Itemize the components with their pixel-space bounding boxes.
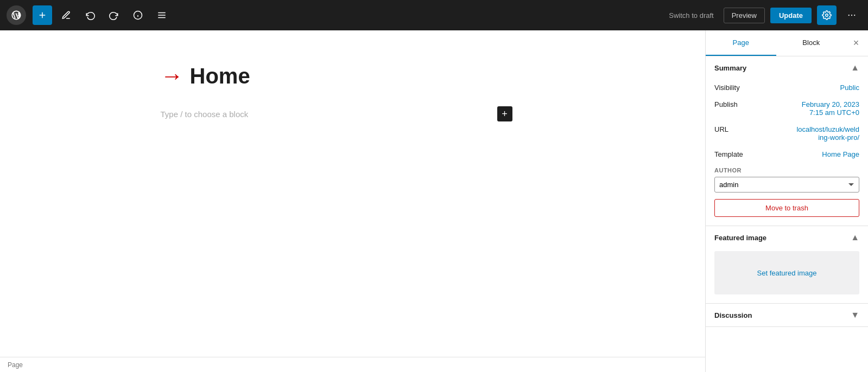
settings-button[interactable] — [817, 5, 837, 25]
visibility-label: Visibility — [714, 84, 740, 92]
publish-value[interactable]: February 20, 2023 7:15 am UTC+0 — [802, 100, 859, 117]
svg-point-11 — [854, 15, 855, 16]
featured-image-heading: Featured image — [714, 234, 766, 242]
sidebar: Page Block × Summary ▲ Visibility Public… — [705, 30, 868, 372]
template-value[interactable]: Home Page — [822, 150, 859, 158]
sidebar-header: Page Block × — [706, 30, 868, 56]
url-label: URL — [714, 125, 728, 133]
discussion-heading: Discussion — [714, 311, 752, 319]
featured-image-collapse-icon: ▲ — [851, 233, 859, 242]
toolbar-right: Switch to draft Preview Update — [664, 5, 861, 25]
author-label: AUTHOR — [714, 167, 859, 174]
author-section: AUTHOR admin — [714, 167, 859, 193]
discussion-panel: Discussion ▼ — [706, 304, 868, 327]
inline-add-block-button[interactable]: + — [497, 106, 512, 121]
publish-line1: February 20, 2023 — [802, 100, 859, 108]
summary-panel-body: Visibility Public Publish February 20, 2… — [706, 79, 868, 226]
list-view-button[interactable] — [152, 5, 172, 25]
undo-button[interactable] — [80, 5, 100, 25]
svg-point-8 — [826, 14, 828, 17]
info-button[interactable] — [128, 5, 148, 25]
tab-page[interactable]: Page — [706, 30, 776, 56]
svg-point-10 — [851, 15, 852, 16]
redo-button[interactable] — [104, 5, 124, 25]
wp-logo[interactable] — [7, 5, 26, 25]
summary-collapse-icon: ▲ — [851, 63, 859, 73]
title-arrow: → — [161, 63, 183, 89]
url-line1: localhost/luzuk/weld — [796, 125, 859, 133]
toolbar: Switch to draft Preview Update — [0, 0, 868, 30]
featured-image-panel-header[interactable]: Featured image ▲ — [706, 226, 868, 249]
editor-wrapper: → Home Type / to choose a block + → Page — [0, 30, 705, 372]
url-value[interactable]: localhost/luzuk/weld ing-work-pro/ — [796, 125, 859, 142]
add-block-button[interactable] — [33, 5, 52, 25]
placeholder-text: Type / to choose a block — [161, 110, 249, 119]
editor-canvas[interactable]: → Home Type / to choose a block + → — [0, 30, 705, 357]
visibility-value[interactable]: Public — [840, 84, 859, 92]
summary-heading: Summary — [714, 64, 746, 72]
move-to-trash-button[interactable]: Move to trash — [714, 199, 859, 217]
status-bar: Page — [0, 357, 705, 372]
publish-label: Publish — [714, 100, 738, 108]
status-label: Page — [8, 361, 23, 369]
close-sidebar-button[interactable]: × — [846, 34, 866, 53]
template-row: Template Home Page — [714, 146, 859, 163]
url-row: URL localhost/luzuk/weld ing-work-pro/ — [714, 121, 859, 146]
set-featured-image-label[interactable]: Set featured image — [757, 269, 817, 277]
featured-image-panel: Featured image ▲ Set featured image — [706, 226, 868, 304]
svg-point-9 — [848, 15, 850, 16]
preview-button[interactable]: Preview — [724, 8, 765, 23]
tab-block[interactable]: Block — [776, 30, 847, 56]
author-select[interactable]: admin — [714, 177, 859, 193]
summary-panel: Summary ▲ Visibility Public Publish Febr… — [706, 56, 868, 226]
discussion-panel-header[interactable]: Discussion ▼ — [706, 304, 868, 326]
tools-button[interactable] — [56, 5, 76, 25]
main-area: → Home Type / to choose a block + → Page — [0, 30, 868, 372]
featured-image-panel-body: Set featured image — [706, 251, 868, 303]
summary-panel-header[interactable]: Summary ▲ — [706, 56, 868, 79]
switch-to-draft-button[interactable]: Switch to draft — [664, 8, 718, 23]
page-title-text[interactable]: Home — [190, 64, 250, 88]
template-label: Template — [714, 150, 743, 158]
publish-line2: 7:15 am UTC+0 — [809, 108, 859, 117]
update-button[interactable]: Update — [770, 8, 812, 23]
block-placeholder[interactable]: Type / to choose a block + — [161, 102, 545, 126]
page-title-area: → Home — [161, 63, 545, 89]
discussion-expand-icon: ▼ — [851, 310, 859, 320]
url-line2: ing-work-pro/ — [818, 133, 859, 142]
featured-image-placeholder[interactable]: Set featured image — [714, 251, 859, 294]
editor-inner: → Home Type / to choose a block + → — [130, 30, 575, 158]
more-options-button[interactable] — [842, 5, 861, 25]
publish-row: Publish February 20, 2023 7:15 am UTC+0 — [714, 96, 859, 121]
visibility-row: Visibility Public — [714, 79, 859, 96]
